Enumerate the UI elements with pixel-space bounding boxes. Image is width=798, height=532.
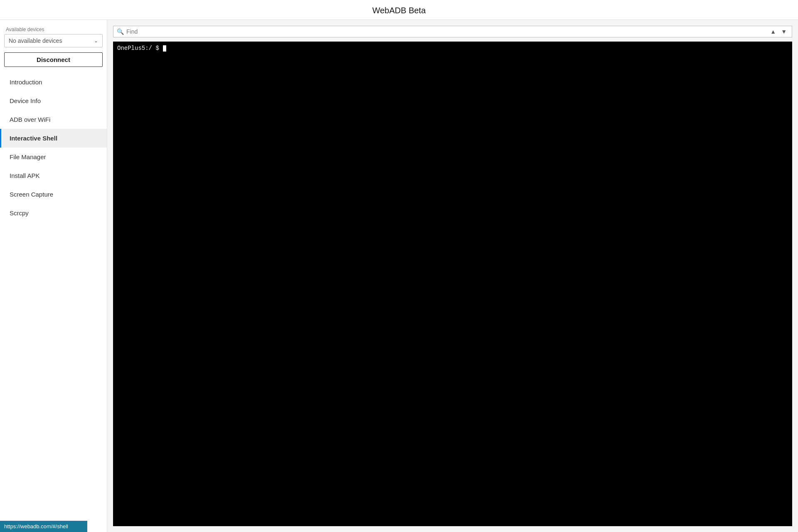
content-area: 🔍 ▲ ▼ OnePlus5:/ $ xyxy=(107,20,798,532)
terminal-prompt: OnePlus5:/ $ xyxy=(117,45,163,52)
main-layout: Available devices No available devices ⌄… xyxy=(0,20,798,532)
find-bar: 🔍 ▲ ▼ xyxy=(113,26,792,37)
find-navigation: ▲ ▼ xyxy=(768,28,788,35)
find-next-button[interactable]: ▼ xyxy=(779,28,788,35)
terminal-line: OnePlus5:/ $ xyxy=(117,45,788,52)
disconnect-button[interactable]: Disconnect xyxy=(4,52,103,67)
sidebar-item-device-info[interactable]: Device Info xyxy=(0,91,107,110)
sidebar-item-introduction[interactable]: Introduction xyxy=(0,73,107,91)
page-title: WebADB Beta xyxy=(0,0,798,20)
device-dropdown-text: No available devices xyxy=(9,37,62,44)
find-input[interactable] xyxy=(126,28,766,35)
search-icon: 🔍 xyxy=(117,28,124,35)
sidebar-item-interactive-shell[interactable]: Interactive Shell xyxy=(0,129,107,148)
nav-menu: IntroductionDevice InfoADB over WiFiInte… xyxy=(0,73,107,222)
device-dropdown[interactable]: No available devices ⌄ xyxy=(4,34,103,47)
sidebar-item-scrcpy[interactable]: Scrcpy xyxy=(0,204,107,222)
available-devices-label: Available devices xyxy=(0,24,107,34)
sidebar-item-file-manager[interactable]: File Manager xyxy=(0,148,107,166)
status-url: https://webadb.com/#/shell xyxy=(4,523,68,530)
terminal-cursor xyxy=(163,45,166,52)
sidebar-item-screen-capture[interactable]: Screen Capture xyxy=(0,185,107,204)
chevron-down-icon: ⌄ xyxy=(94,38,98,44)
sidebar-item-adb-over-wifi[interactable]: ADB over WiFi xyxy=(0,110,107,129)
sidebar: Available devices No available devices ⌄… xyxy=(0,20,107,532)
status-bar: https://webadb.com/#/shell xyxy=(0,521,87,532)
terminal-area[interactable]: OnePlus5:/ $ xyxy=(113,42,792,526)
find-prev-button[interactable]: ▲ xyxy=(768,28,778,35)
sidebar-item-install-apk[interactable]: Install APK xyxy=(0,166,107,185)
app-title: WebADB Beta xyxy=(372,6,426,15)
